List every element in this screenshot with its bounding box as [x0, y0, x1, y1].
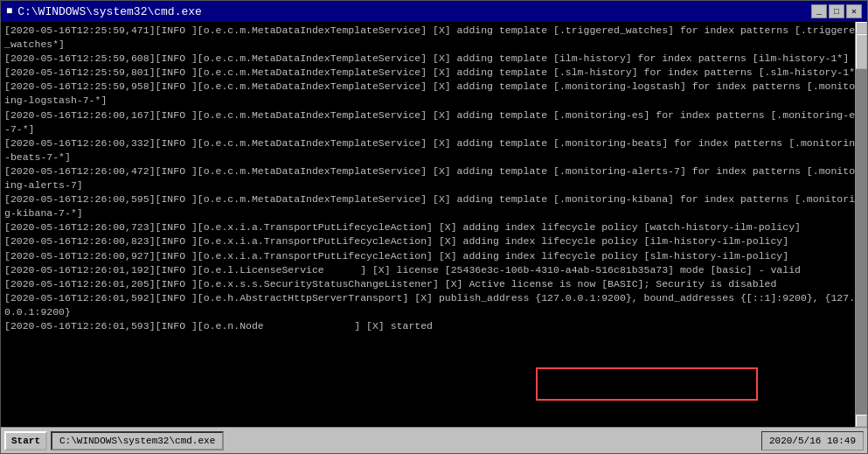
scroll-down-button[interactable]: ▼ [856, 415, 867, 427]
title-bar: ■ C:\WINDOWS\system32\cmd.exe _ □ ✕ [1, 1, 867, 22]
scroll-up-button[interactable]: ▲ [856, 22, 867, 34]
title-bar-controls: _ □ ✕ [811, 4, 862, 18]
scrollbar-thumb[interactable] [856, 34, 867, 69]
scrollbar[interactable]: ▲ ▼ [855, 22, 867, 427]
start-button[interactable]: Start [4, 431, 47, 451]
taskbar: Start C:\WINDOWS\system32\cmd.exe 2020/5… [1, 427, 867, 453]
maximize-button[interactable]: □ [829, 4, 844, 18]
taskbar-clock: 2020/5/16 10:49 [761, 431, 864, 451]
terminal-body: [2020-05-16T12:25:59,471][INFO ][o.e.c.m… [1, 22, 867, 427]
highlight-box [536, 367, 758, 401]
taskbar-items: C:\WINDOWS\system32\cmd.exe [51, 431, 758, 451]
window-title: C:\WINDOWS\system32\cmd.exe [17, 5, 202, 18]
terminal-output: [2020-05-16T12:25:59,471][INFO ][o.e.c.m… [4, 24, 864, 333]
title-bar-left: ■ C:\WINDOWS\system32\cmd.exe [6, 5, 202, 18]
main-window: ■ C:\WINDOWS\system32\cmd.exe _ □ ✕ [202… [0, 0, 868, 454]
scrollbar-track[interactable] [856, 34, 867, 415]
close-button[interactable]: ✕ [846, 4, 862, 18]
taskbar-active-item[interactable]: C:\WINDOWS\system32\cmd.exe [51, 431, 224, 451]
minimize-button[interactable]: _ [811, 4, 827, 18]
window-icon: ■ [6, 5, 12, 17]
